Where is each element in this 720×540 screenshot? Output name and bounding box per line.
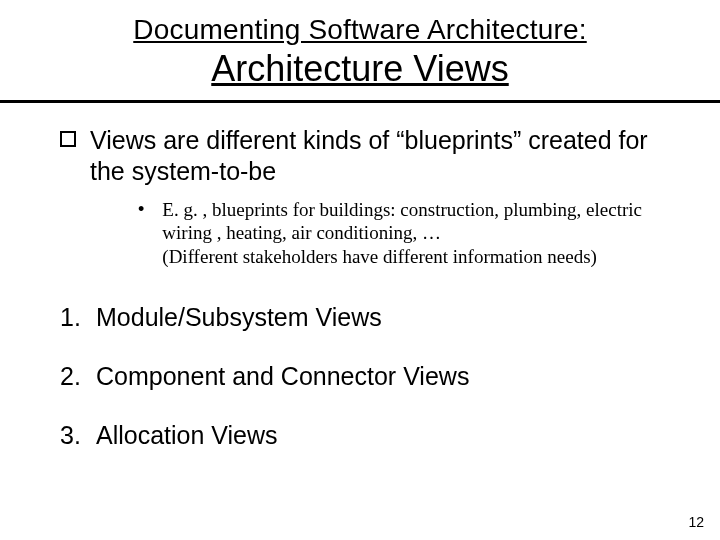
list-item: 1. Module/Subsystem Views (60, 303, 660, 332)
list-number: 1. (60, 303, 86, 332)
slide-pretitle: Documenting Software Architecture: (40, 14, 680, 46)
dot-bullet-icon: • (138, 200, 144, 218)
bullet-text: Views are different kinds of “blueprints… (90, 125, 660, 188)
sub-bullet-item: • E. g. , blueprints for buildings: cons… (138, 198, 660, 269)
list-text: Allocation Views (96, 421, 278, 450)
list-text: Component and Connector Views (96, 362, 469, 391)
list-text: Module/Subsystem Views (96, 303, 382, 332)
square-bullet-icon (60, 131, 76, 147)
page-number: 12 (688, 514, 704, 530)
list-number: 2. (60, 362, 86, 391)
list-item: 2. Component and Connector Views (60, 362, 660, 391)
bullet-item: Views are different kinds of “blueprints… (60, 125, 660, 188)
sub-bullet-text: E. g. , blueprints for buildings: constr… (162, 198, 660, 269)
list-item: 3. Allocation Views (60, 421, 660, 450)
list-number: 3. (60, 421, 86, 450)
slide-body: Views are different kinds of “blueprints… (40, 103, 680, 450)
numbered-list: 1. Module/Subsystem Views 2. Component a… (60, 303, 660, 450)
slide: Documenting Software Architecture: Archi… (0, 0, 720, 540)
title-block: Documenting Software Architecture: Archi… (40, 14, 680, 94)
slide-title: Architecture Views (40, 48, 680, 90)
